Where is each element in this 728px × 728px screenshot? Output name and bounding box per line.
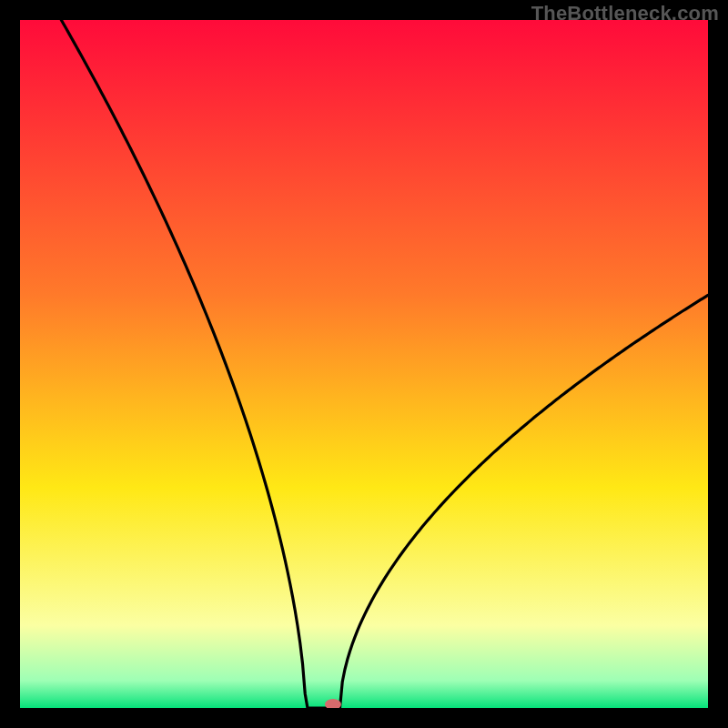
chart-frame: TheBottleneck.com bbox=[0, 0, 728, 728]
bottleneck-chart bbox=[20, 20, 708, 708]
